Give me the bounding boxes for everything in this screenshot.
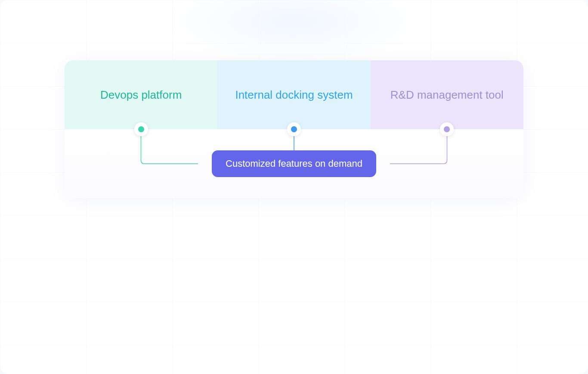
node-docking-dot (291, 126, 297, 132)
segment-devops-label: Devops platform (100, 87, 182, 103)
node-rd-dot (444, 126, 450, 132)
segment-row: Devops platform Internal docking system … (65, 60, 523, 129)
center-badge: Customized features on demand (212, 150, 376, 177)
page-container: Devops platform Internal docking system … (0, 0, 588, 374)
segment-rd-label: R&D management tool (390, 87, 504, 103)
segment-rd: R&D management tool (371, 60, 523, 129)
connector-rd (390, 136, 447, 164)
segment-devops: Devops platform (65, 60, 217, 129)
node-devops (134, 122, 148, 136)
connector-devops (141, 136, 198, 164)
center-badge-label: Customized features on demand (226, 158, 362, 169)
node-devops-dot (138, 126, 144, 132)
segment-docking-label: Internal docking system (235, 87, 353, 103)
node-rd (440, 122, 454, 136)
diagram-card: Devops platform Internal docking system … (65, 60, 523, 198)
node-docking (287, 122, 301, 136)
connectors-area: Customized features on demand (65, 129, 523, 198)
segment-docking: Internal docking system (217, 60, 370, 129)
